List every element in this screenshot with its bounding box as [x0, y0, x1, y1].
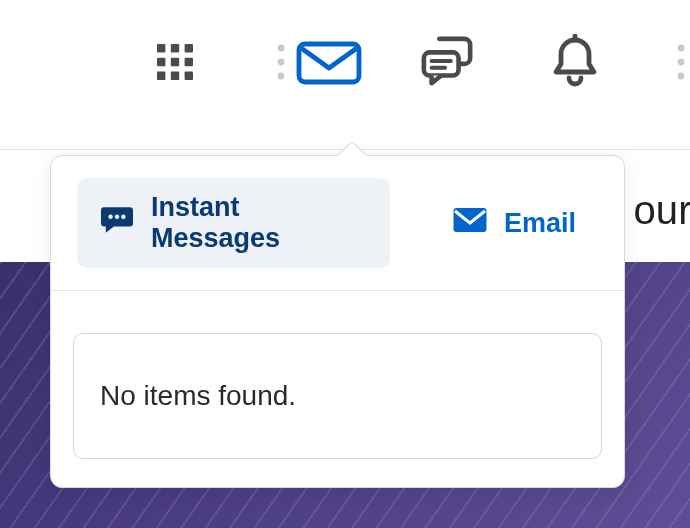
top-nav-bar: [0, 0, 690, 150]
tab-email[interactable]: Email: [430, 192, 598, 255]
svg-point-22: [121, 214, 125, 218]
messages-button[interactable]: [302, 35, 356, 89]
empty-state-text: No items found.: [100, 380, 296, 411]
discussions-button[interactable]: [420, 35, 474, 89]
svg-point-20: [108, 214, 112, 218]
messages-popover: Instant Messages Email No items found.: [50, 155, 625, 488]
more-vertical-icon: [271, 38, 291, 86]
svg-point-11: [278, 73, 285, 80]
svg-rect-2: [185, 44, 193, 52]
apps-grid-icon: [151, 38, 199, 86]
svg-point-17: [678, 45, 685, 52]
svg-rect-8: [185, 72, 193, 80]
mail-icon: [295, 38, 363, 86]
more-button-right[interactable]: [654, 35, 690, 89]
svg-point-19: [678, 73, 685, 80]
svg-rect-5: [185, 58, 193, 66]
popover-tab-bar: Instant Messages Email: [51, 156, 624, 291]
tab-label: Instant Messages: [151, 192, 368, 254]
svg-rect-13: [424, 52, 459, 75]
svg-point-21: [115, 214, 119, 218]
svg-rect-0: [157, 44, 165, 52]
svg-point-9: [278, 45, 285, 52]
svg-point-18: [678, 59, 685, 66]
bell-icon: [549, 34, 601, 90]
svg-rect-4: [171, 58, 179, 66]
more-vertical-icon: [671, 38, 690, 86]
apps-button[interactable]: [148, 35, 202, 89]
notifications-button[interactable]: [548, 35, 602, 89]
speech-bubble-icon: [99, 204, 135, 243]
chat-icon: [418, 35, 476, 89]
mail-solid-icon: [452, 206, 488, 241]
empty-state: No items found.: [73, 333, 602, 459]
popover-content: No items found.: [51, 291, 624, 487]
svg-rect-12: [299, 44, 359, 82]
svg-rect-1: [171, 44, 179, 52]
popover-caret: [337, 141, 365, 156]
tab-instant-messages[interactable]: Instant Messages: [77, 178, 390, 268]
svg-rect-7: [171, 72, 179, 80]
svg-rect-3: [157, 58, 165, 66]
svg-rect-6: [157, 72, 165, 80]
svg-point-10: [278, 59, 285, 66]
tab-label: Email: [504, 208, 576, 239]
background-text-right: ours: [633, 188, 690, 233]
